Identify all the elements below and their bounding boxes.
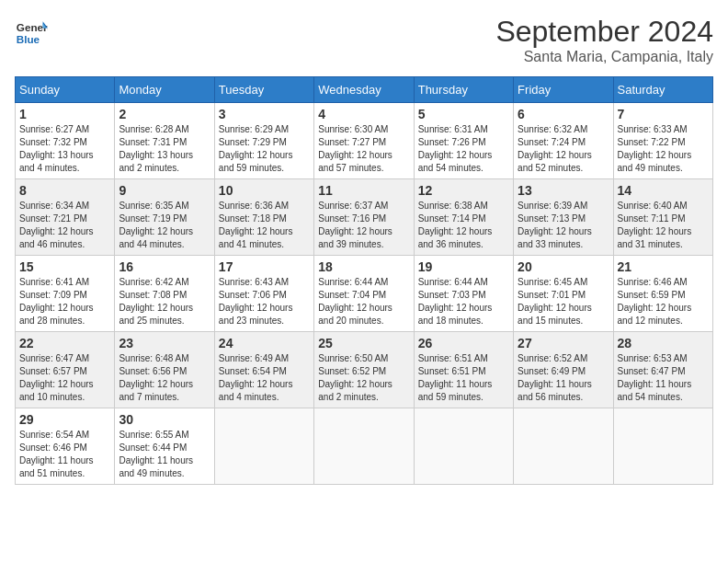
day-number: 16 (119, 259, 210, 274)
header-day-friday: Friday (514, 77, 613, 103)
calendar-cell (514, 408, 613, 485)
day-info: Sunrise: 6:34 AM Sunset: 7:21 PM Dayligh… (19, 200, 110, 251)
calendar-cell: 5Sunrise: 6:31 AM Sunset: 7:26 PM Daylig… (414, 103, 513, 179)
calendar-cell: 19Sunrise: 6:44 AM Sunset: 7:03 PM Dayli… (414, 256, 513, 332)
calendar-cell: 29Sunrise: 6:54 AM Sunset: 6:46 PM Dayli… (16, 408, 115, 485)
day-number: 15 (19, 259, 110, 274)
day-number: 2 (119, 107, 210, 121)
day-number: 25 (318, 336, 409, 350)
day-info: Sunrise: 6:49 AM Sunset: 6:54 PM Dayligh… (219, 352, 310, 404)
day-number: 10 (219, 183, 310, 198)
day-number: 21 (618, 259, 709, 274)
day-number: 9 (119, 183, 210, 198)
calendar-header-row: SundayMondayTuesdayWednesdayThursdayFrid… (16, 77, 713, 103)
calendar-cell (314, 408, 414, 485)
header-day-sunday: Sunday (16, 77, 115, 103)
calendar-week-row: 8Sunrise: 6:34 AM Sunset: 7:21 PM Daylig… (16, 179, 713, 256)
day-info: Sunrise: 6:28 AM Sunset: 7:31 PM Dayligh… (119, 123, 210, 175)
calendar-week-row: 22Sunrise: 6:47 AM Sunset: 6:57 PM Dayli… (16, 332, 713, 408)
calendar-cell: 28Sunrise: 6:53 AM Sunset: 6:47 PM Dayli… (613, 332, 712, 408)
header-day-thursday: Thursday (414, 77, 513, 103)
calendar-cell (214, 408, 313, 485)
svg-text:Blue: Blue (17, 33, 40, 45)
calendar-cell: 22Sunrise: 6:47 AM Sunset: 6:57 PM Dayli… (16, 332, 115, 408)
calendar-cell: 16Sunrise: 6:42 AM Sunset: 7:08 PM Dayli… (115, 256, 214, 332)
calendar-cell: 13Sunrise: 6:39 AM Sunset: 7:13 PM Dayli… (514, 179, 613, 256)
logo: General Blue (15, 15, 48, 48)
day-info: Sunrise: 6:48 AM Sunset: 6:56 PM Dayligh… (119, 352, 210, 404)
calendar-cell: 10Sunrise: 6:36 AM Sunset: 7:18 PM Dayli… (214, 179, 313, 256)
day-info: Sunrise: 6:36 AM Sunset: 7:18 PM Dayligh… (219, 200, 310, 251)
day-info: Sunrise: 6:44 AM Sunset: 7:04 PM Dayligh… (318, 276, 409, 327)
calendar-cell: 7Sunrise: 6:33 AM Sunset: 7:22 PM Daylig… (613, 103, 712, 179)
day-info: Sunrise: 6:40 AM Sunset: 7:11 PM Dayligh… (618, 200, 709, 251)
calendar-cell: 4Sunrise: 6:30 AM Sunset: 7:27 PM Daylig… (314, 103, 414, 179)
day-number: 29 (19, 412, 110, 427)
calendar-week-row: 1Sunrise: 6:27 AM Sunset: 7:32 PM Daylig… (16, 103, 713, 179)
day-number: 6 (518, 107, 609, 121)
day-info: Sunrise: 6:46 AM Sunset: 6:59 PM Dayligh… (618, 276, 709, 327)
calendar-cell: 24Sunrise: 6:49 AM Sunset: 6:54 PM Dayli… (214, 332, 313, 408)
day-number: 5 (418, 107, 509, 121)
day-info: Sunrise: 6:42 AM Sunset: 7:08 PM Dayligh… (119, 276, 210, 327)
calendar-cell: 11Sunrise: 6:37 AM Sunset: 7:16 PM Dayli… (314, 179, 414, 256)
day-info: Sunrise: 6:33 AM Sunset: 7:22 PM Dayligh… (618, 123, 709, 175)
day-number: 30 (119, 412, 210, 427)
day-number: 18 (318, 259, 409, 274)
day-info: Sunrise: 6:54 AM Sunset: 6:46 PM Dayligh… (19, 429, 110, 480)
calendar-cell: 6Sunrise: 6:32 AM Sunset: 7:24 PM Daylig… (514, 103, 613, 179)
day-info: Sunrise: 6:44 AM Sunset: 7:03 PM Dayligh… (418, 276, 509, 327)
day-info: Sunrise: 6:35 AM Sunset: 7:19 PM Dayligh… (119, 200, 210, 251)
day-number: 4 (318, 107, 409, 121)
day-number: 19 (418, 259, 509, 274)
day-number: 1 (19, 107, 110, 121)
calendar-cell: 21Sunrise: 6:46 AM Sunset: 6:59 PM Dayli… (613, 256, 712, 332)
calendar-cell: 9Sunrise: 6:35 AM Sunset: 7:19 PM Daylig… (115, 179, 214, 256)
calendar-week-row: 15Sunrise: 6:41 AM Sunset: 7:09 PM Dayli… (16, 256, 713, 332)
day-info: Sunrise: 6:50 AM Sunset: 6:52 PM Dayligh… (318, 352, 409, 404)
day-info: Sunrise: 6:45 AM Sunset: 7:01 PM Dayligh… (518, 276, 609, 327)
calendar-cell: 15Sunrise: 6:41 AM Sunset: 7:09 PM Dayli… (16, 256, 115, 332)
day-info: Sunrise: 6:37 AM Sunset: 7:16 PM Dayligh… (318, 200, 409, 251)
day-number: 28 (618, 336, 709, 350)
day-info: Sunrise: 6:29 AM Sunset: 7:29 PM Dayligh… (219, 123, 310, 175)
header-day-saturday: Saturday (613, 77, 712, 103)
day-info: Sunrise: 6:52 AM Sunset: 6:49 PM Dayligh… (518, 352, 609, 404)
day-number: 3 (219, 107, 310, 121)
day-number: 11 (318, 183, 409, 198)
calendar-cell: 1Sunrise: 6:27 AM Sunset: 7:32 PM Daylig… (16, 103, 115, 179)
day-info: Sunrise: 6:53 AM Sunset: 6:47 PM Dayligh… (618, 352, 709, 404)
day-number: 14 (618, 183, 709, 198)
day-number: 24 (219, 336, 310, 350)
day-info: Sunrise: 6:38 AM Sunset: 7:14 PM Dayligh… (418, 200, 509, 251)
day-info: Sunrise: 6:27 AM Sunset: 7:32 PM Dayligh… (19, 123, 110, 175)
day-info: Sunrise: 6:39 AM Sunset: 7:13 PM Dayligh… (518, 200, 609, 251)
day-info: Sunrise: 6:30 AM Sunset: 7:27 PM Dayligh… (318, 123, 409, 175)
day-number: 8 (19, 183, 110, 198)
calendar-week-row: 29Sunrise: 6:54 AM Sunset: 6:46 PM Dayli… (16, 408, 713, 485)
header-day-wednesday: Wednesday (314, 77, 414, 103)
day-number: 7 (618, 107, 709, 121)
day-number: 20 (518, 259, 609, 274)
calendar-cell: 3Sunrise: 6:29 AM Sunset: 7:29 PM Daylig… (214, 103, 313, 179)
location-title: Santa Maria, Campania, Italy (495, 49, 713, 65)
calendar-cell (414, 408, 513, 485)
header: General Blue September 2024 Santa Maria,… (15, 15, 713, 65)
day-info: Sunrise: 6:51 AM Sunset: 6:51 PM Dayligh… (418, 352, 509, 404)
day-number: 26 (418, 336, 509, 350)
day-number: 27 (518, 336, 609, 350)
calendar-cell: 27Sunrise: 6:52 AM Sunset: 6:49 PM Dayli… (514, 332, 613, 408)
calendar-cell: 14Sunrise: 6:40 AM Sunset: 7:11 PM Dayli… (613, 179, 712, 256)
calendar-cell: 8Sunrise: 6:34 AM Sunset: 7:21 PM Daylig… (16, 179, 115, 256)
day-number: 17 (219, 259, 310, 274)
day-info: Sunrise: 6:43 AM Sunset: 7:06 PM Dayligh… (219, 276, 310, 327)
calendar-cell: 2Sunrise: 6:28 AM Sunset: 7:31 PM Daylig… (115, 103, 214, 179)
calendar-cell: 25Sunrise: 6:50 AM Sunset: 6:52 PM Dayli… (314, 332, 414, 408)
header-day-tuesday: Tuesday (214, 77, 313, 103)
calendar-cell: 18Sunrise: 6:44 AM Sunset: 7:04 PM Dayli… (314, 256, 414, 332)
day-number: 23 (119, 336, 210, 350)
calendar-cell: 12Sunrise: 6:38 AM Sunset: 7:14 PM Dayli… (414, 179, 513, 256)
calendar-cell (613, 408, 712, 485)
calendar-cell: 23Sunrise: 6:48 AM Sunset: 6:56 PM Dayli… (115, 332, 214, 408)
calendar-cell: 17Sunrise: 6:43 AM Sunset: 7:06 PM Dayli… (214, 256, 313, 332)
